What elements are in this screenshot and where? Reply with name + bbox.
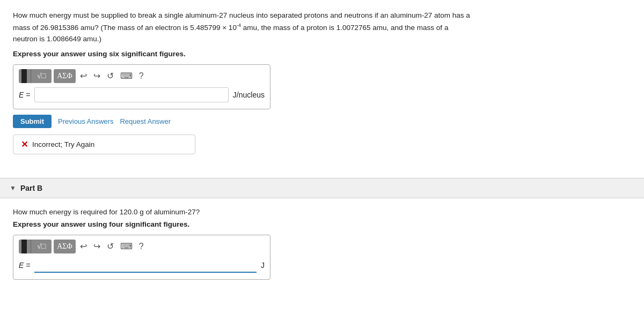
help-icon-b: ? [139, 242, 144, 251]
refresh-icon: ↺ [107, 71, 114, 80]
refresh-icon-b: ↺ [107, 242, 114, 251]
part-b-format-button[interactable]: √□ [19, 240, 52, 253]
sqrt-button[interactable]: √□ [31, 69, 52, 83]
format-button[interactable]: √□ [19, 69, 52, 83]
feedback-box: ✕ Incorrect; Try Again [13, 135, 195, 154]
greek-icon-b: ΑΣΦ [57, 242, 72, 251]
redo-icon-b: ↪ [93, 242, 100, 251]
part-b-undo-button[interactable]: ↩ [78, 241, 89, 252]
undo-button[interactable]: ↩ [78, 71, 89, 81]
part-b-header: ▼ Part B [0, 178, 644, 198]
part-a-toolbar: √□ ΑΣΦ ↩ ↪ ↺ ⌨ ? [19, 69, 265, 83]
greek-icon: ΑΣΦ [57, 72, 72, 80]
sqrt-icon-b: √□ [34, 240, 48, 253]
help-button[interactable]: ? [137, 71, 146, 81]
eq-label: E = [19, 91, 30, 99]
request-answer-link[interactable]: Request Answer [120, 117, 171, 125]
part-b-help-button[interactable]: ? [137, 241, 146, 252]
part-b-redo-button[interactable]: ↪ [91, 241, 103, 252]
part-b-refresh-button[interactable]: ↺ [105, 241, 116, 252]
keyboard-icon-b: ⌨ [120, 242, 133, 251]
black-square-icon-b [19, 240, 30, 253]
part-b-answer-box: √□ ΑΣΦ ↩ ↪ ↺ ⌨ ? E = [13, 235, 270, 280]
black-square-icon [19, 69, 30, 83]
previous-answers-link[interactable]: Previous Answers [58, 117, 113, 125]
part-a-question: How much energy must be supplied to brea… [13, 10, 470, 44]
undo-icon: ↩ [80, 71, 87, 80]
refresh-button[interactable]: ↺ [105, 71, 116, 81]
keyboard-button[interactable]: ⌨ [118, 71, 135, 81]
part-b-sqrt-button[interactable]: √□ [31, 240, 52, 253]
sqrt-icon: √□ [34, 69, 48, 83]
part-a-unit: J/nucleus [233, 91, 265, 99]
part-b-question: How much energy is required for 120.0 g … [13, 208, 470, 216]
part-b-unit: J [261, 261, 265, 270]
redo-icon: ↪ [93, 71, 100, 80]
exponent: -4 [237, 23, 241, 28]
part-a-section: How much energy must be supplied to brea… [0, 0, 483, 178]
collapse-arrow-icon[interactable]: ▼ [10, 184, 16, 192]
part-b-keyboard-button[interactable]: ⌨ [118, 241, 135, 252]
part-a-input[interactable] [34, 87, 228, 102]
part-b-eq-row: E = J [19, 258, 265, 273]
undo-icon-b: ↩ [80, 242, 87, 251]
part-a-answer-box: √□ ΑΣΦ ↩ ↪ ↺ ⌨ ? E = [13, 64, 270, 109]
feedback-text: Incorrect; Try Again [32, 140, 94, 148]
part-b-instruction: Express your answer using four significa… [13, 220, 470, 228]
part-b-toolbar: √□ ΑΣΦ ↩ ↪ ↺ ⌨ ? [19, 240, 265, 253]
part-a-instruction: Express your answer using six significan… [13, 50, 470, 58]
redo-button[interactable]: ↪ [91, 71, 103, 81]
greek-button[interactable]: ΑΣΦ [54, 69, 76, 83]
help-icon: ? [139, 71, 144, 80]
part-b-eq-label: E = [19, 261, 30, 270]
part-b-input[interactable] [34, 258, 257, 273]
submit-button[interactable]: Submit [13, 115, 52, 128]
part-b-section: How much energy is required for 120.0 g … [0, 198, 483, 295]
part-b-label: Part B [20, 184, 42, 192]
incorrect-icon: ✕ [21, 139, 28, 150]
part-a-eq-row: E = J/nucleus [19, 87, 265, 102]
part-a-action-row: Submit Previous Answers Request Answer [13, 115, 470, 128]
keyboard-icon: ⌨ [120, 71, 133, 80]
part-b-greek-button[interactable]: ΑΣΦ [54, 240, 76, 253]
